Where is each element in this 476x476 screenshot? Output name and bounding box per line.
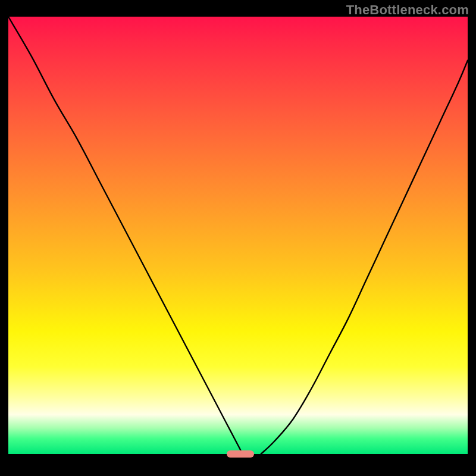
curve-layer <box>8 17 468 454</box>
minimum-marker <box>227 450 254 458</box>
curve-right-branch <box>261 61 468 455</box>
curve-left-branch <box>8 17 243 454</box>
chart-root: TheBottleneck.com <box>0 0 476 476</box>
watermark-text: TheBottleneck.com <box>346 2 469 18</box>
